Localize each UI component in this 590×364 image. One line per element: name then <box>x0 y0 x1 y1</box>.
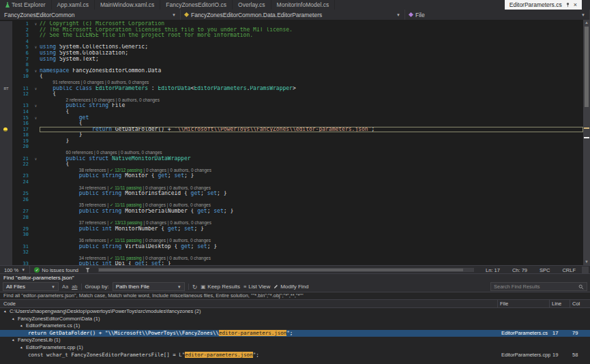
line-ending-indicator[interactable]: CRLF <box>556 267 582 273</box>
quick-actions-lightbulb-icon[interactable] <box>3 127 8 132</box>
codelens-text[interactable]: 2 references | 0 changes | 0 authors, 0 … <box>40 97 583 104</box>
code-line-31[interactable]: 31 public string VirtualDesktop { get; s… <box>0 244 583 250</box>
code-line-24[interactable]: 24 <box>0 179 583 185</box>
column-header-file[interactable]: File <box>497 300 549 307</box>
code-line-6[interactable]: 6using System.Globalization; <box>0 50 583 57</box>
modify-find-button[interactable]: Modify Find <box>274 284 308 290</box>
codelens-text[interactable]: 38 references | ✓ 12/12 passing | 0 chan… <box>40 168 583 174</box>
fold-chevron-icon[interactable]: ∨ <box>32 103 40 109</box>
find-result-group-row[interactable]: ▼C:\Users\zhaopengwang\Desktop\powertoys… <box>0 308 590 316</box>
code-line-17[interactable]: 17 return GetDataFolder() + "\\Microsoft… <box>0 127 583 133</box>
filter-funnel-icon[interactable] <box>85 268 90 273</box>
tree-expander-icon[interactable]: ▼ <box>1 308 9 316</box>
code-line-20[interactable]: 20 <box>0 144 583 150</box>
scroll-up-arrow-icon[interactable]: ▲ <box>583 20 590 26</box>
find-result-match-row[interactable]: const wchar_t FancyZonesEditorParameters… <box>0 352 590 359</box>
code-line-19[interactable]: 19 } <box>0 138 583 145</box>
code-line-21[interactable]: 21∨ public struct NativeMonitorDataWrapp… <box>0 156 583 162</box>
pin-icon[interactable] <box>565 2 570 7</box>
tab-overlay-cs[interactable]: Overlay.cs <box>233 0 271 10</box>
fold-chevron-icon[interactable]: ∨ <box>32 156 40 162</box>
find-result-group-row[interactable]: ▼EditorParameters.cs (1) <box>0 322 590 330</box>
codelens-text[interactable]: 91 references | 0 changes | 0 authors, 0… <box>40 80 583 86</box>
fold-chevron-icon[interactable]: ∨ <box>32 21 40 27</box>
find-result-group-row[interactable]: ▼FancyZonesLib (1) <box>0 337 590 344</box>
codelens-text[interactable]: 34 references | ✓ 11/11 passing | 0 chan… <box>40 185 583 192</box>
code-line-5[interactable]: 5∨using System.Collections.Generic; <box>0 44 583 50</box>
keep-results-button[interactable]: ▣ Keep Results <box>201 284 240 290</box>
code-line-28[interactable]: 28 <box>0 215 583 221</box>
codelens-row[interactable]: 34 references | ✓ 11/11 passing | 0 chan… <box>0 185 583 192</box>
codelens-text[interactable]: 36 references | ✓ 11/11 passing | 0 chan… <box>40 238 583 244</box>
spaces-indicator[interactable]: SPC <box>533 267 556 273</box>
fold-chevron-icon[interactable]: ∨ <box>32 68 40 74</box>
column-header-line[interactable]: Line <box>549 300 570 307</box>
member-dropdown[interactable]: File ▼ <box>405 10 590 20</box>
code-line-18[interactable]: 18 } <box>0 132 583 138</box>
refresh-icon[interactable]: ↻ <box>192 284 198 290</box>
code-line-30[interactable]: 30 <box>0 232 583 238</box>
code-line-4[interactable]: 4 <box>0 39 583 45</box>
tab-editorparameters-cs[interactable]: EditorParameters.cs × <box>505 0 582 10</box>
code-line-8[interactable]: 8 <box>0 62 583 68</box>
code-line-25[interactable]: 25 public string MonitorInstanceId { get… <box>0 191 583 197</box>
line-indicator[interactable]: Ln: 17 <box>480 267 506 273</box>
column-header-col[interactable]: Col <box>570 300 590 307</box>
code-line-26[interactable]: 26 <box>0 197 583 203</box>
column-header-code[interactable]: Code <box>0 300 497 307</box>
match-case-icon[interactable]: Aa <box>62 284 68 290</box>
codelens-row[interactable]: 37 references | ✓ 13/13 passing | 0 chan… <box>0 220 583 226</box>
scrollbar-thumb[interactable] <box>99 269 463 271</box>
codelens-row[interactable]: 38 references | ✓ 12/12 passing | 0 chan… <box>0 168 583 174</box>
code-line-29[interactable]: 29 public int MonitorNumber { get; set; … <box>0 226 583 232</box>
close-tab-icon[interactable]: × <box>574 2 577 8</box>
code-line-13[interactable]: 13∨ public string File <box>0 103 583 109</box>
code-line-15[interactable]: 15∨ get <box>0 115 583 121</box>
tree-expander-icon[interactable]: ▼ <box>18 344 25 352</box>
code-line-32[interactable]: 32 <box>0 249 583 256</box>
group-by-dropdown[interactable]: Path then File ▼ <box>113 282 185 291</box>
tab-monitorinfomodel-cs[interactable]: MonitorInfoModel.cs <box>271 0 336 10</box>
find-result-match-row[interactable]: return GetDataFolder() + "\\Microsoft\\P… <box>0 330 590 337</box>
code-editor[interactable]: 1∨// Copyright (c) Microsoft Corporation… <box>0 20 583 265</box>
code-line-11[interactable]: RT11∨ public class EditorParameters : Ed… <box>0 86 583 92</box>
fold-chevron-icon[interactable]: ∨ <box>32 86 40 92</box>
find-result-group-row[interactable]: ▼EditorParameters.cpp (1) <box>0 344 590 352</box>
scope-dropdown[interactable]: All Files ▼ <box>3 282 59 291</box>
character-indicator[interactable]: Ch: 79 <box>506 267 533 273</box>
code-line-22[interactable]: 22 { <box>0 162 583 168</box>
list-view-button[interactable]: ≡ List View <box>244 284 270 290</box>
editor-horizontal-scrollbar[interactable] <box>98 268 474 272</box>
codelens-text[interactable]: 60 references | 0 changes | 0 authors, 0… <box>40 150 583 156</box>
codelens-text[interactable]: 34 references | ✓ 11/11 passing | 0 chan… <box>40 256 583 262</box>
code-line-27[interactable]: 27 public string MonitorSerialNumber { g… <box>0 209 583 215</box>
code-line-9[interactable]: 9∨namespace FancyZonesEditorCommon.Data <box>0 68 583 74</box>
tree-expander-icon[interactable]: ▼ <box>10 316 17 323</box>
codelens-row[interactable]: 35 references | ✓ 11/11 passing | 0 chan… <box>0 202 583 209</box>
code-line-1[interactable]: 1∨// Copyright (c) Microsoft Corporation <box>0 21 583 27</box>
find-result-group-row[interactable]: ▼FancyZonesEditorCommon\Data (1) <box>0 316 590 323</box>
codelens-row[interactable]: 60 references | 0 changes | 0 authors, 0… <box>0 150 583 156</box>
tree-expander-icon[interactable]: ▼ <box>18 322 25 330</box>
document-health-indicator[interactable]: ✓ No issues found <box>30 267 83 273</box>
editor-vertical-scrollbar[interactable]: ▲ ▼ <box>583 20 590 265</box>
type-dropdown[interactable]: FancyZonesEditorCommon.Data.EditorParame… <box>181 10 405 20</box>
search-find-results-input[interactable]: Search Find Results <box>490 282 587 291</box>
scrollbar-thumb[interactable] <box>585 27 589 107</box>
codelens-row[interactable]: 2 references | 0 changes | 0 authors, 0 … <box>0 97 583 104</box>
codelens-text[interactable]: 37 references | ✓ 13/13 passing | 0 chan… <box>40 220 583 226</box>
tab-app-xaml-cs[interactable]: App.xaml.cs <box>52 0 95 10</box>
code-line-12[interactable]: 12 { <box>0 91 583 97</box>
fold-chevron-icon[interactable]: ∨ <box>32 44 40 50</box>
code-line-23[interactable]: 23 public string Monitor { get; set; } <box>0 173 583 179</box>
fold-chevron-icon[interactable]: ∨ <box>32 115 40 121</box>
project-dropdown[interactable]: FancyZonesEditorCommon ▼ <box>0 10 181 20</box>
code-line-14[interactable]: 14 { <box>0 109 583 115</box>
code-line-2[interactable]: 2// The Microsoft Corporation licenses t… <box>0 27 583 33</box>
codelens-row[interactable]: 91 references | 0 changes | 0 authors, 0… <box>0 80 583 86</box>
code-line-10[interactable]: 10{ <box>0 74 583 80</box>
scroll-down-arrow-icon[interactable]: ▼ <box>583 259 590 265</box>
tab-fancyzoneseditorio-cs[interactable]: FancyZonesEditorIO.cs <box>160 0 233 10</box>
tab-mainwindow-xaml-cs[interactable]: MainWindow.xaml.cs <box>95 0 160 10</box>
tree-expander-icon[interactable]: ▼ <box>10 337 17 344</box>
